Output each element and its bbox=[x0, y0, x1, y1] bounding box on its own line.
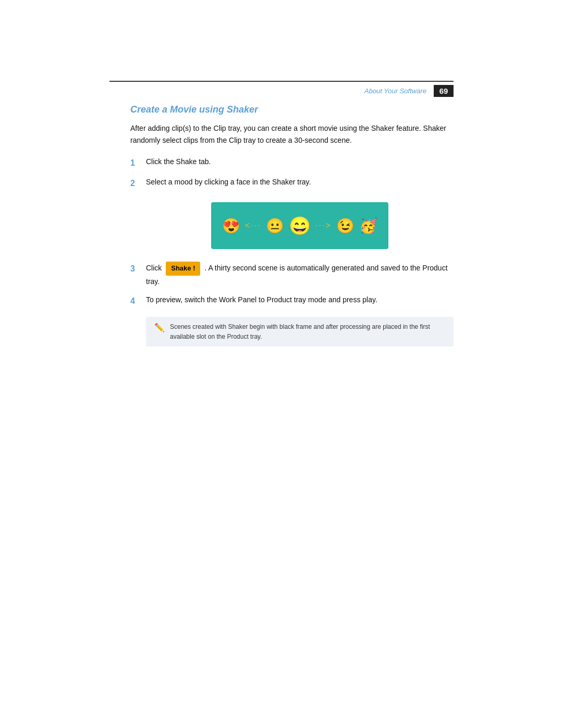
list-item: 1 Click the Shake tab. bbox=[130, 156, 454, 170]
section-title: Create a Movie using Shaker bbox=[130, 104, 454, 115]
emoji-neutral: 😐 bbox=[266, 217, 284, 235]
arrow-right: ···> bbox=[315, 221, 332, 230]
step-text: Select a mood by clicking a face in the … bbox=[146, 176, 454, 188]
header-bar: About Your Software 69 bbox=[109, 81, 454, 97]
step-text: To preview, switch the Work Panel to Pro… bbox=[146, 294, 454, 305]
step-3-before: Click bbox=[146, 264, 162, 272]
step-number: 2 bbox=[130, 176, 146, 190]
note-text: Scenes created with Shaker begin with bl… bbox=[170, 322, 445, 341]
steps-list: 1 Click the Shake tab. 2 Select a mood b… bbox=[130, 156, 454, 190]
step-3-text: Click Shake ! . A thirty second scene is… bbox=[146, 262, 454, 287]
list-item: 3 Click Shake ! . A thirty second scene … bbox=[130, 262, 454, 287]
shaker-tray-image: 😍 <··· 😐 😄 ···> 😉 🥳 bbox=[211, 202, 388, 249]
shake-button-label: Shake ! bbox=[166, 262, 200, 276]
step-number: 4 bbox=[130, 294, 146, 308]
emoji-party: 🥳 bbox=[359, 217, 377, 235]
emoji-wink: 😉 bbox=[336, 217, 354, 235]
emoji-big-smile: 😄 bbox=[289, 215, 311, 236]
arrow-left: <··· bbox=[245, 221, 261, 230]
emoji-heart-eyes: 😍 bbox=[222, 217, 240, 235]
step-text: Click the Shake tab. bbox=[146, 156, 454, 167]
page-number: 69 bbox=[434, 85, 454, 97]
note-icon: ✏️ bbox=[154, 323, 165, 332]
note-box: ✏️ Scenes created with Shaker begin with… bbox=[146, 317, 454, 347]
header-section-title: About Your Software bbox=[364, 87, 426, 95]
shaker-image-container: 😍 <··· 😐 😄 ···> 😉 🥳 bbox=[146, 202, 454, 249]
page-content: About Your Software 69 Create a Movie us… bbox=[78, 0, 485, 728]
step-number: 3 bbox=[130, 262, 146, 276]
list-item: 2 Select a mood by clicking a face in th… bbox=[130, 176, 454, 190]
step-number: 1 bbox=[130, 156, 146, 170]
steps-list-continued: 3 Click Shake ! . A thirty second scene … bbox=[130, 262, 454, 307]
list-item: 4 To preview, switch the Work Panel to P… bbox=[130, 294, 454, 308]
intro-paragraph: After adding clip(s) to the Clip tray, y… bbox=[130, 122, 454, 146]
